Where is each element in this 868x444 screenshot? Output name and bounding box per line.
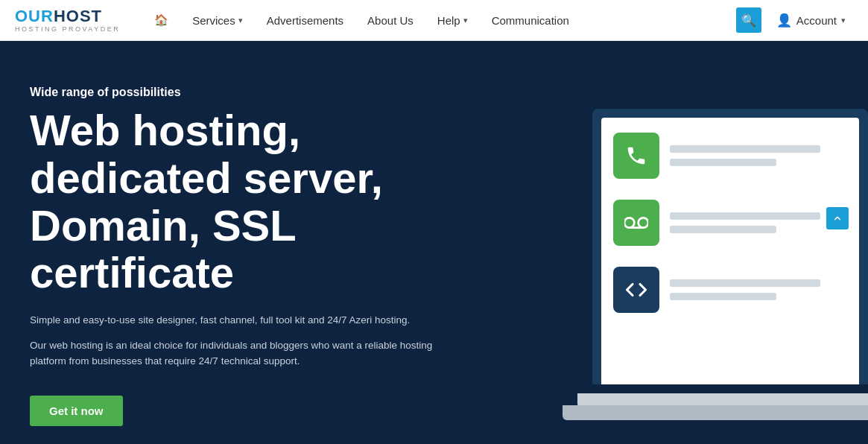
chevron-down-icon: ▾ — [238, 16, 243, 25]
nav-item-services[interactable]: Services ▾ — [180, 0, 255, 41]
screen-line — [670, 293, 776, 300]
screen-line — [670, 159, 776, 166]
screen-card-code — [613, 267, 847, 313]
get-it-now-button[interactable]: Get it now — [30, 396, 123, 426]
screen-card-lines — [670, 212, 847, 233]
nav-right: 🔍 👤 Account ▾ — [736, 0, 853, 41]
voicemail-icon — [624, 215, 648, 231]
screen-card-voicemail — [613, 200, 847, 246]
hero-desc1: Simple and easy-to-use site designer, fa… — [30, 313, 447, 328]
nav-item-help[interactable]: Help ▾ — [425, 0, 480, 41]
nav-item-advertisements[interactable]: Advertisements — [255, 0, 355, 41]
nav-advertisements-label: Advertisements — [267, 14, 343, 27]
hero-title: Web hosting, dedicated server, Domain, S… — [30, 107, 469, 296]
scroll-up-button[interactable] — [826, 207, 849, 229]
search-button[interactable]: 🔍 — [736, 7, 761, 33]
person-icon: 👤 — [776, 13, 792, 28]
hero-illustration — [507, 41, 868, 444]
account-button[interactable]: 👤 Account ▾ — [769, 0, 853, 41]
code-icon-box — [613, 267, 659, 313]
nav-about-label: About Us — [367, 14, 414, 27]
home-icon: 🏠 — [154, 13, 168, 27]
hero-desc2: Our web hosting is an ideal choice for i… — [30, 338, 454, 369]
laptop-screen-inner — [601, 118, 859, 384]
phone-icon-box — [613, 133, 659, 179]
nav-items: 🏠 Services ▾ Advertisements About Us Hel… — [142, 0, 736, 41]
screen-card-lines — [670, 145, 847, 166]
code-icon — [625, 279, 647, 301]
navbar: OURHOST HOSTING PROVAYDER 🏠 Services ▾ A… — [0, 0, 868, 41]
nav-item-communication[interactable]: Communication — [480, 0, 581, 41]
screen-line — [670, 212, 820, 220]
laptop-mockup — [577, 109, 868, 444]
svg-point-0 — [624, 218, 634, 227]
chevron-up-icon — [832, 213, 843, 223]
nav-help-label: Help — [437, 14, 460, 27]
nav-communication-label: Communication — [492, 14, 569, 27]
laptop-base-bottom — [563, 405, 868, 420]
nav-home[interactable]: 🏠 — [142, 0, 180, 41]
hero-content: Wide range of possibilities Web hosting,… — [0, 41, 507, 444]
screen-line — [670, 145, 820, 153]
chevron-down-icon: ▾ — [841, 16, 846, 25]
chevron-down-icon: ▾ — [463, 16, 468, 25]
search-icon: 🔍 — [741, 13, 756, 28]
screen-card-phone — [613, 133, 847, 179]
nav-services-label: Services — [192, 14, 235, 27]
account-label: Account — [796, 14, 837, 27]
logo-subtitle: HOSTING PROVAYDER — [15, 26, 120, 33]
screen-card-lines — [670, 279, 847, 300]
voicemail-icon-box — [613, 200, 659, 246]
screen-line — [670, 226, 776, 233]
phone-icon — [625, 145, 647, 167]
nav-item-about[interactable]: About Us — [355, 0, 425, 41]
hero-section: Wide range of possibilities Web hosting,… — [0, 41, 868, 444]
screen-line — [670, 279, 820, 287]
logo-host: HOST — [54, 7, 102, 25]
logo-our: OUR — [15, 7, 54, 25]
logo[interactable]: OURHOST HOSTING PROVAYDER — [15, 8, 120, 33]
hero-tagline: Wide range of possibilities — [30, 86, 469, 99]
laptop-screen-outer — [592, 109, 868, 384]
svg-point-1 — [639, 218, 648, 227]
